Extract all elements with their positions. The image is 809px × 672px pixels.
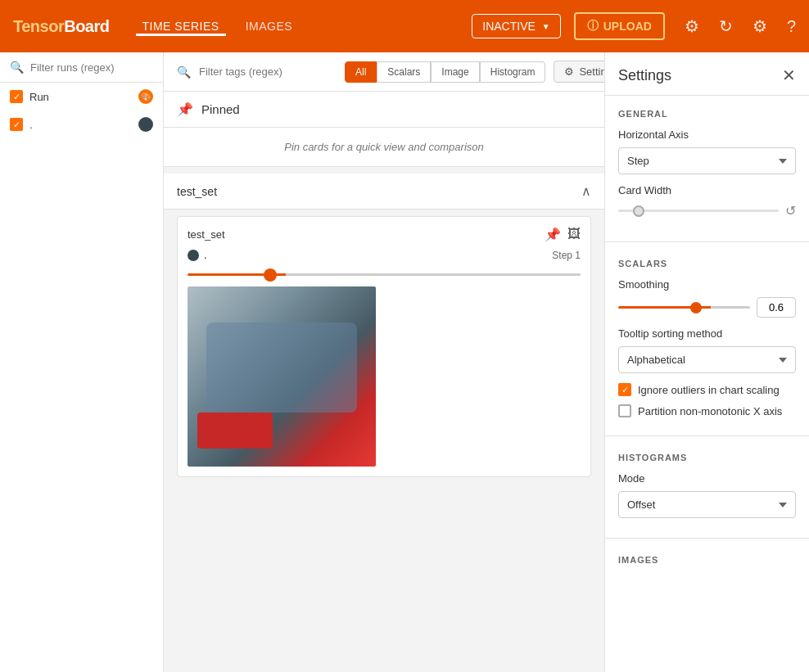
tooltip-sorting-label: Tooltip sorting method bbox=[618, 327, 796, 340]
dark-dot bbox=[188, 250, 199, 261]
center-content: 🔍 All Scalars Image Histogram ⚙ Settings… bbox=[164, 52, 604, 672]
pin-card-icon[interactable]: 📌 bbox=[545, 227, 561, 242]
image-card: test_set 📌 🖼 . Step 1 bbox=[177, 216, 591, 477]
expand-card-icon[interactable]: 🖼 bbox=[567, 227, 581, 242]
upload-circle-icon: ⓘ bbox=[587, 19, 599, 34]
help-icon[interactable]: ? bbox=[787, 17, 796, 36]
mode-select[interactable]: Offset Overlay bbox=[618, 491, 796, 518]
horizontal-axis-label: Horizontal Axis bbox=[618, 129, 796, 141]
chevron-down-icon: ▼ bbox=[542, 22, 550, 31]
image-step-slider[interactable] bbox=[188, 273, 581, 276]
tag-filter-bar: 🔍 All Scalars Image Histogram ⚙ Settings bbox=[164, 52, 604, 92]
horizontal-axis-select[interactable]: Step Relative Wall bbox=[618, 147, 796, 174]
settings-icon: ⚙ bbox=[564, 65, 574, 78]
sidebar: 🔍 Run . bbox=[0, 52, 164, 672]
main-layout: 🔍 Run . 🔍 All Scalars Image Histogram bbox=[0, 52, 809, 672]
image-card-title: test_set bbox=[188, 228, 225, 241]
run-color-dot bbox=[138, 89, 153, 104]
scalars-label: SCALARS bbox=[618, 259, 796, 268]
filter-runs-input[interactable] bbox=[30, 61, 153, 74]
pin-icon: 📌 bbox=[177, 101, 193, 117]
card-width-slider-row: ↺ bbox=[618, 203, 796, 219]
filter-buttons: All Scalars Image Histogram bbox=[345, 61, 545, 83]
test-set-header[interactable]: test_set ∧ bbox=[164, 174, 604, 210]
dot-checkbox[interactable] bbox=[10, 118, 23, 131]
image-run-info: . Step 1 bbox=[188, 249, 581, 261]
reset-width-icon[interactable]: ↺ bbox=[785, 203, 796, 219]
settings-panel-title: Settings bbox=[618, 67, 671, 84]
sidebar-search-bar: 🔍 bbox=[0, 52, 163, 83]
topbar: TensorBoard TIME SERIES IMAGES INACTIVE … bbox=[0, 0, 809, 52]
pinned-title: Pinned bbox=[201, 102, 240, 116]
upload-button[interactable]: ⓘ UPLOAD bbox=[574, 12, 665, 40]
pinned-section: 📌 Pinned bbox=[164, 92, 604, 128]
close-settings-button[interactable]: ✕ bbox=[782, 65, 796, 85]
run-checkbox[interactable] bbox=[10, 90, 23, 103]
tooltip-sorting-select[interactable]: Alphabetical Descending Ascending None bbox=[618, 346, 796, 373]
partition-nonmonotonic-row: Partition non-monotonic X axis bbox=[618, 404, 796, 417]
histograms-label: HISTOGRAMS bbox=[618, 453, 796, 462]
settings-gear-icon[interactable]: ⚙ bbox=[685, 16, 699, 36]
refresh-icon[interactable]: ↻ bbox=[719, 16, 733, 36]
card-width-label: Card Width bbox=[618, 184, 796, 196]
nav-images[interactable]: IMAGES bbox=[239, 16, 299, 36]
run-item-dot[interactable]: . bbox=[0, 110, 163, 138]
filter-tags-input[interactable] bbox=[199, 65, 337, 78]
filter-image-button[interactable]: Image bbox=[431, 61, 479, 83]
images-label: IMAGES bbox=[618, 555, 796, 565]
smoothing-value-input[interactable]: 0.6 bbox=[757, 297, 796, 318]
ignore-outliers-checkbox[interactable] bbox=[618, 383, 631, 396]
collapse-icon: ∧ bbox=[581, 183, 591, 199]
smoothing-slider[interactable] bbox=[618, 306, 750, 309]
general-label: GENERAL bbox=[618, 109, 796, 119]
run-dot-info: . bbox=[188, 249, 207, 261]
ignore-outliers-label: Ignore outliers in chart scaling bbox=[638, 384, 780, 396]
config-icon[interactable]: ⚙ bbox=[753, 16, 767, 36]
scroll-area: 📌 Pinned Pin cards for a quick view and … bbox=[164, 92, 604, 672]
divider-2 bbox=[605, 435, 809, 436]
divider-1 bbox=[605, 241, 809, 242]
scalars-section: SCALARS Smoothing 0.6 Tooltip sorting me… bbox=[605, 246, 809, 432]
inactive-label: INACTIVE bbox=[482, 20, 536, 33]
images-section: IMAGES bbox=[605, 542, 809, 581]
mode-label: Mode bbox=[618, 472, 796, 485]
dot-color-dot bbox=[138, 117, 153, 132]
filter-scalars-button[interactable]: Scalars bbox=[377, 61, 431, 83]
partition-nonmonotonic-checkbox[interactable] bbox=[618, 404, 631, 417]
inactive-dropdown[interactable]: INACTIVE ▼ bbox=[472, 14, 560, 38]
filter-histogram-button[interactable]: Histogram bbox=[480, 61, 546, 83]
partition-nonmonotonic-label: Partition non-monotonic X axis bbox=[638, 405, 782, 417]
image-card-header: test_set 📌 🖼 bbox=[188, 227, 581, 242]
settings-panel: Settings ✕ GENERAL Horizontal Axis Step … bbox=[604, 52, 809, 672]
image-step-slider-container bbox=[188, 266, 581, 278]
search-icon: 🔍 bbox=[10, 61, 24, 74]
dot-label: . bbox=[29, 119, 132, 131]
run-label: Run bbox=[29, 91, 132, 103]
card-width-slider[interactable] bbox=[618, 210, 779, 212]
tag-search-icon: 🔍 bbox=[177, 65, 191, 79]
divider-3 bbox=[605, 538, 809, 539]
run-dot-label: . bbox=[204, 249, 207, 261]
step-label: Step 1 bbox=[552, 250, 581, 261]
nav-timeseries[interactable]: TIME SERIES bbox=[136, 16, 226, 36]
smoothing-row: 0.6 bbox=[618, 297, 796, 318]
general-section: GENERAL Horizontal Axis Step Relative Wa… bbox=[605, 96, 809, 238]
settings-header: Settings ✕ bbox=[605, 52, 809, 96]
test-set-title: test_set bbox=[177, 185, 217, 198]
smoothing-label: Smoothing bbox=[618, 278, 796, 291]
logo: TensorBoard bbox=[13, 17, 110, 36]
settings-button[interactable]: ⚙ Settings bbox=[554, 61, 604, 83]
image-preview bbox=[188, 286, 376, 467]
ignore-outliers-row: Ignore outliers in chart scaling bbox=[618, 383, 796, 396]
filter-all-button[interactable]: All bbox=[345, 61, 377, 83]
histograms-section: HISTOGRAMS Mode Offset Overlay bbox=[605, 440, 809, 534]
run-item-run[interactable]: Run bbox=[0, 83, 163, 110]
card-actions: 📌 🖼 bbox=[545, 227, 581, 242]
pin-message: Pin cards for a quick view and compariso… bbox=[164, 128, 604, 167]
